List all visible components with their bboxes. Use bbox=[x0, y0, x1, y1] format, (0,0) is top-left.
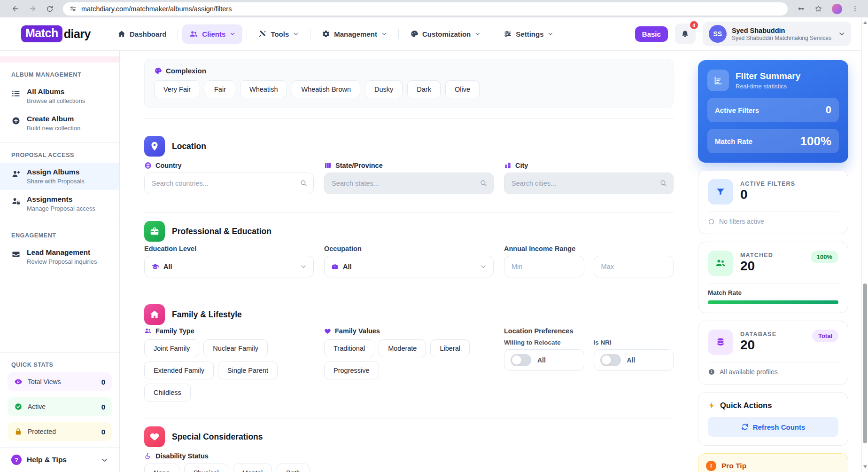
sidebar-item-all-albums[interactable]: All Albums Browse all collections bbox=[0, 82, 119, 110]
refresh-counts-button[interactable]: Refresh Counts bbox=[708, 417, 838, 437]
nri-label: Is NRI bbox=[594, 339, 674, 346]
family-values-chip[interactable]: Liberal bbox=[430, 339, 470, 357]
family-type-label-row: Family Type bbox=[144, 327, 314, 335]
family-values-chip[interactable]: Traditional bbox=[324, 339, 374, 357]
back-icon[interactable] bbox=[11, 5, 19, 13]
occupation-select[interactable]: All bbox=[324, 256, 494, 277]
section-divider bbox=[144, 418, 674, 418]
city-search-input[interactable] bbox=[504, 173, 674, 194]
special-section-header: Special Considerations bbox=[144, 426, 674, 447]
browser-menu-icon[interactable] bbox=[852, 5, 859, 12]
nav-label: Settings bbox=[516, 30, 543, 38]
logo-diary-part: diary bbox=[64, 27, 91, 41]
inbox-icon bbox=[11, 250, 21, 259]
refresh-counts-label: Refresh Counts bbox=[753, 423, 806, 431]
sidebar-item-assign-albums[interactable]: Assign Albums Share with Proposals bbox=[0, 163, 119, 190]
chevron-down-icon bbox=[300, 263, 307, 270]
sidebar-item-lead-management[interactable]: Lead Management Review Proposal inquirie… bbox=[0, 243, 119, 270]
disability-chip[interactable]: Physical bbox=[184, 464, 228, 472]
state-label-row: State/Province bbox=[324, 162, 494, 169]
complexion-chip[interactable]: Fair bbox=[205, 80, 235, 98]
password-key-icon[interactable] bbox=[797, 5, 805, 13]
users-icon bbox=[144, 327, 152, 335]
complexion-chip[interactable]: Very Fair bbox=[154, 80, 200, 98]
occupation-value: All bbox=[343, 263, 352, 270]
nav-separator bbox=[310, 29, 310, 39]
sidebar-item-assignments[interactable]: Assignments Manage Proposal access bbox=[0, 190, 119, 217]
users-icon bbox=[189, 30, 198, 39]
section-divider bbox=[144, 118, 674, 119]
nav-item-management[interactable]: Management bbox=[315, 24, 394, 43]
nav-item-dashboard[interactable]: Dashboard bbox=[110, 24, 173, 43]
sidebar-section-album-management: ALBUM MANAGEMENT bbox=[0, 63, 119, 82]
heart-icon bbox=[324, 328, 331, 335]
forward-icon[interactable] bbox=[29, 5, 37, 13]
complexion-chip[interactable]: Dusky bbox=[365, 80, 403, 98]
plan-badge[interactable]: Basic bbox=[635, 26, 668, 42]
url-bar[interactable]: matchdiary.com/matchmaker/albums/assign/… bbox=[63, 2, 788, 16]
nav-item-customization[interactable]: Customization bbox=[403, 24, 488, 43]
scroll-down-arrow[interactable] bbox=[863, 465, 867, 468]
family-type-chip[interactable]: Extended Family bbox=[144, 362, 214, 379]
help-tips-button[interactable]: ? Help & Tips bbox=[0, 447, 119, 472]
database-note: All available profiles bbox=[708, 368, 838, 376]
site-settings-icon[interactable] bbox=[70, 5, 77, 12]
family-type-chip[interactable]: Single Parent bbox=[218, 362, 278, 379]
sidebar-section-quick-stats: QUICK STATS bbox=[0, 353, 119, 372]
user-org: Syed Shabuddin Matchmaking Services bbox=[732, 35, 831, 41]
home-icon bbox=[117, 30, 126, 38]
user-menu[interactable]: SS Syed Shabuddin Syed Shabuddin Matchma… bbox=[703, 22, 851, 46]
notifications-button[interactable]: 4 bbox=[675, 24, 696, 44]
family-values-chip[interactable]: Moderate bbox=[379, 339, 426, 357]
family-type-label: Family Type bbox=[155, 327, 194, 335]
page-scrollbar[interactable] bbox=[861, 17, 868, 472]
disability-chip[interactable]: Both bbox=[277, 464, 310, 472]
plus-circle-icon bbox=[11, 116, 21, 126]
sidebar-item-label: Create Album bbox=[27, 115, 80, 123]
state-label: State/Province bbox=[335, 162, 383, 169]
sidebar-item-label: Assign Albums bbox=[27, 168, 85, 176]
location-section-header: Location bbox=[144, 136, 674, 157]
disability-options: None Physical Mental Both bbox=[144, 464, 674, 472]
match-rate-label: Match Rate bbox=[708, 289, 838, 296]
reload-icon[interactable] bbox=[46, 5, 54, 13]
family-type-chip[interactable]: Nuclear Family bbox=[203, 339, 268, 357]
education-level-select[interactable]: All bbox=[144, 256, 314, 277]
complexion-chip[interactable]: Wheatish Brown bbox=[292, 80, 360, 98]
nav-label: Dashboard bbox=[130, 30, 166, 38]
section-title: Special Considerations bbox=[172, 432, 263, 442]
family-type-chip[interactable]: Childless bbox=[144, 384, 191, 401]
scrollbar-thumb[interactable] bbox=[863, 283, 867, 443]
complexion-chip[interactable]: Olive bbox=[445, 80, 480, 98]
nav-item-tools[interactable]: Tools bbox=[251, 24, 306, 43]
nav-separator bbox=[492, 29, 492, 39]
scroll-up-arrow[interactable] bbox=[863, 21, 867, 24]
matchdiary-logo[interactable]: Match diary bbox=[21, 25, 91, 42]
income-max-input[interactable] bbox=[594, 256, 674, 277]
relocate-value: All bbox=[537, 356, 546, 364]
sidebar-item-desc: Manage Proposal access bbox=[27, 205, 95, 212]
database-label: DATABASE bbox=[740, 331, 776, 338]
family-values-chip[interactable]: Progressive bbox=[324, 362, 379, 379]
browser-profile-avatar[interactable] bbox=[832, 4, 842, 14]
income-min-input[interactable] bbox=[504, 256, 584, 277]
sidebar-item-create-album[interactable]: Create Album Build new collection bbox=[0, 110, 119, 137]
family-type-chip[interactable]: Joint Family bbox=[144, 339, 199, 357]
disability-chip[interactable]: Mental bbox=[233, 464, 272, 472]
nri-toggle[interactable]: All bbox=[594, 349, 674, 371]
state-search-input[interactable] bbox=[324, 173, 494, 194]
family-values-options: Traditional Moderate Liberal Progressive bbox=[324, 339, 494, 379]
disability-chip[interactable]: None bbox=[144, 464, 179, 472]
help-label: Help & Tips bbox=[27, 456, 67, 464]
relocate-toggle[interactable]: All bbox=[504, 349, 584, 371]
sidebar-item-desc: Build new collection bbox=[27, 125, 80, 132]
nav-item-clients[interactable]: Clients bbox=[182, 24, 242, 44]
building-icon bbox=[504, 162, 512, 169]
nav-item-settings[interactable]: Settings bbox=[496, 24, 560, 43]
complexion-chip[interactable]: Dark bbox=[407, 80, 441, 98]
no-filters-note: No filters active bbox=[708, 218, 838, 225]
country-search-input[interactable] bbox=[144, 173, 314, 194]
complexion-chip[interactable]: Wheatish bbox=[240, 80, 287, 98]
bookmark-star-icon[interactable] bbox=[814, 5, 822, 13]
top-navigation: Match diary Dashboard Clients Tools Mana… bbox=[0, 17, 868, 51]
